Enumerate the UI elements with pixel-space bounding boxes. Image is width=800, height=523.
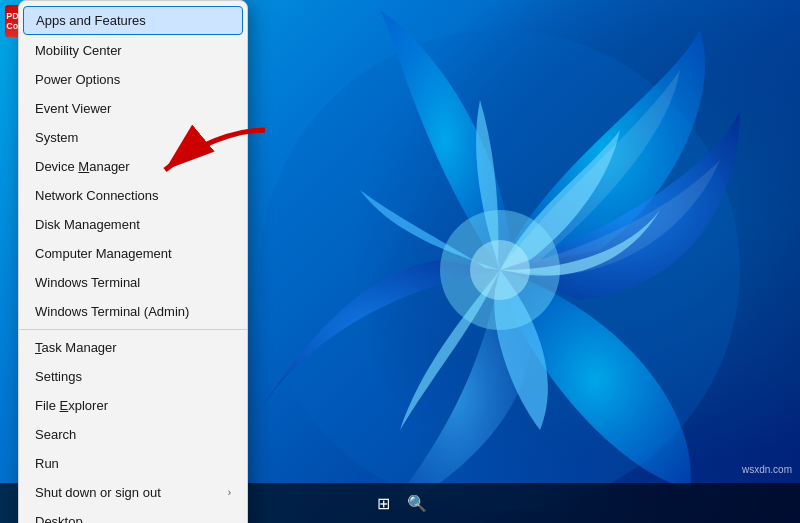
watermark: wsxdn.com	[742, 464, 792, 475]
menu-item-task-manager[interactable]: Task Manager	[19, 333, 247, 362]
menu-item-label-device-manager: Device Manager	[35, 159, 130, 174]
menu-item-label-mobility-center: Mobility Center	[35, 43, 122, 58]
menu-item-label-desktop: Desktop	[35, 514, 83, 523]
menu-item-run[interactable]: Run	[19, 449, 247, 478]
menu-item-label-apps-features: Apps and Features	[36, 13, 146, 28]
menu-item-label-settings: Settings	[35, 369, 82, 384]
menu-item-label-shut-down: Shut down or sign out	[35, 485, 161, 500]
taskbar-icons: ⊞ 🔍	[369, 489, 431, 517]
menu-item-label-run: Run	[35, 456, 59, 471]
menu-item-event-viewer[interactable]: Event Viewer	[19, 94, 247, 123]
menu-item-label-windows-terminal-admin: Windows Terminal (Admin)	[35, 304, 189, 319]
menu-item-windows-terminal-admin[interactable]: Windows Terminal (Admin)	[19, 297, 247, 326]
menu-item-system[interactable]: System	[19, 123, 247, 152]
desktop-bloom	[220, 10, 740, 520]
chevron-right-icon: ›	[228, 487, 231, 498]
menu-item-label-network-connections: Network Connections	[35, 188, 159, 203]
menu-item-label-system: System	[35, 130, 78, 145]
menu-item-computer-management[interactable]: Computer Management	[19, 239, 247, 268]
menu-item-device-manager[interactable]: Device Manager	[19, 152, 247, 181]
menu-item-shut-down[interactable]: Shut down or sign out›	[19, 478, 247, 507]
taskbar-search[interactable]: 🔍	[403, 489, 431, 517]
menu-item-label-event-viewer: Event Viewer	[35, 101, 111, 116]
menu-item-network-connections[interactable]: Network Connections	[19, 181, 247, 210]
menu-item-label-disk-management: Disk Management	[35, 217, 140, 232]
menu-item-label-computer-management: Computer Management	[35, 246, 172, 261]
menu-item-label-search: Search	[35, 427, 76, 442]
menu-item-label-power-options: Power Options	[35, 72, 120, 87]
menu-item-settings[interactable]: Settings	[19, 362, 247, 391]
menu-item-desktop[interactable]: Desktop	[19, 507, 247, 523]
menu-item-label-task-manager: Task Manager	[35, 340, 117, 355]
context-menu: Apps and FeaturesMobility CenterPower Op…	[18, 0, 248, 523]
menu-item-file-explorer[interactable]: File Explorer	[19, 391, 247, 420]
menu-item-label-file-explorer: File Explorer	[35, 398, 108, 413]
menu-separator-windows-terminal-admin	[19, 329, 247, 330]
taskbar-start-button[interactable]: ⊞	[369, 489, 397, 517]
menu-item-disk-management[interactable]: Disk Management	[19, 210, 247, 239]
menu-item-windows-terminal[interactable]: Windows Terminal	[19, 268, 247, 297]
menu-item-mobility-center[interactable]: Mobility Center	[19, 36, 247, 65]
menu-item-apps-features[interactable]: Apps and Features	[23, 6, 243, 35]
menu-item-power-options[interactable]: Power Options	[19, 65, 247, 94]
menu-item-search[interactable]: Search	[19, 420, 247, 449]
menu-item-label-windows-terminal: Windows Terminal	[35, 275, 140, 290]
desktop: PDF Comb Apps and FeaturesMobility Cente…	[0, 0, 800, 523]
